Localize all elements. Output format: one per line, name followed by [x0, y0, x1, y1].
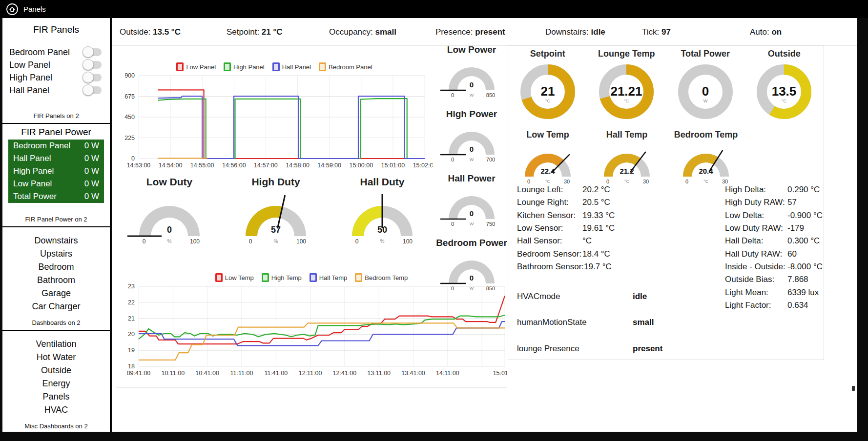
room-temps-chart[interactable]: Low TempHigh TempHall TempBedroom Temp18…	[116, 272, 507, 386]
svg-text:15:02:00: 15:02:00	[413, 162, 433, 169]
mode-value: present	[633, 344, 662, 354]
gauge-title: Hall Temp	[587, 130, 666, 140]
readout-label: Lounge Left:	[517, 185, 582, 195]
readout-value: 19.61 °C	[582, 223, 615, 233]
sidebar-item-bathroom[interactable]: Bathroom	[2, 274, 110, 287]
panel-power-chart[interactable]: Low PanelHigh PanelHall PanelBedroom Pan…	[116, 61, 433, 175]
temp-gauge-hall-temp: Hall Temp21.2°C030	[587, 130, 666, 187]
sidebar-item-downstairs[interactable]: Downstairs	[2, 234, 110, 247]
mode-row-humanmotionstate: humanMotionStatesmall	[517, 318, 693, 327]
readout-value: 0.290 °C	[787, 185, 820, 195]
sidebar-item-outside[interactable]: Outside	[2, 364, 110, 377]
sidebar-item-panels[interactable]: Panels	[2, 390, 110, 403]
svg-text:W: W	[470, 93, 474, 98]
temp-gauge-low-temp: Low Temp22.4°C030	[508, 130, 587, 187]
readout-label: Low Sensor:	[517, 223, 582, 233]
sidebar-item-garage[interactable]: Garage	[2, 287, 110, 300]
toggle-knob	[83, 84, 94, 96]
legend-item: High Temp	[262, 273, 302, 282]
legend-swatch	[355, 273, 362, 282]
legend-label: Hall Panel	[282, 63, 311, 71]
svg-text:0: 0	[685, 179, 688, 184]
svg-text:18: 18	[128, 363, 135, 370]
table-cell-label: Bedroom Panel	[13, 141, 70, 151]
gauge-title: Low Duty	[116, 176, 223, 188]
toggle-switch-bedroom-panel[interactable]	[84, 48, 102, 56]
svg-text:20: 20	[128, 331, 135, 338]
readout-value: 20.5 °C	[582, 198, 610, 207]
nav-dashboards: DownstairsUpstairsBedroomBathroomGarageC…	[2, 234, 110, 313]
toggle-switch-hall-panel[interactable]	[84, 86, 102, 94]
svg-text:19: 19	[128, 347, 135, 354]
legend-swatch	[319, 62, 326, 71]
svg-text:%: %	[274, 239, 278, 244]
list-item: Low Delta:-0.900 °C	[725, 209, 823, 222]
gauge-title: Hall Duty	[329, 176, 435, 188]
svg-text:13:41:00: 13:41:00	[401, 370, 425, 377]
readout-label: High Duty RAW:	[725, 198, 787, 207]
sidebar-item-bedroom[interactable]: Bedroom	[2, 261, 110, 274]
svg-text:23: 23	[128, 283, 135, 290]
legend-label: Bedroom Temp	[365, 274, 408, 281]
toggle-switch-low-panel[interactable]	[84, 61, 102, 69]
svg-text:11:11:00: 11:11:00	[230, 370, 253, 377]
divider-line	[116, 387, 507, 388]
table-row: Low Panel0 W	[8, 178, 104, 190]
sidebar-item-hot-water[interactable]: Hot Water	[2, 351, 110, 364]
gauge: 57%0100	[227, 189, 325, 246]
delta-list: High Delta:0.290 °CHigh Duty RAW:57Low D…	[725, 183, 823, 312]
sidebar-item-upstairs[interactable]: Upstairs	[2, 247, 110, 261]
top-bar: Panels	[0, 0, 868, 18]
svg-text:0: 0	[451, 157, 454, 162]
table-cell-value: 0 W	[84, 154, 99, 163]
status-value: 97	[661, 27, 671, 37]
sidebar-item-car-charger[interactable]: Car Charger	[2, 300, 110, 313]
legend-label: Hall Temp	[319, 274, 348, 281]
dashboard-window: Panels FIR Panels Bedroom PanelLow Panel…	[0, 0, 868, 441]
toggle-switch-high-panel[interactable]	[84, 74, 102, 81]
nav-misc-dashboards: VentilationHot WaterOutsideEnergyPanelsH…	[2, 338, 110, 417]
gauge-title: High Duty	[223, 176, 329, 188]
mode-label: HVACmode	[517, 292, 560, 301]
svg-text:225: 225	[124, 135, 135, 141]
series-low-panel	[158, 90, 425, 159]
legend-swatch	[224, 62, 231, 71]
scrollbar-arrow[interactable]	[852, 386, 855, 391]
sidebar-item-energy[interactable]: Energy	[2, 377, 110, 390]
table-cell-label: Low Panel	[13, 179, 52, 189]
svg-text:0: 0	[451, 92, 454, 98]
chart-plot[interactable]: 18192021222309:41:0010:11:0010:41:0011:1…	[116, 282, 507, 384]
svg-text:0: 0	[470, 209, 474, 218]
power-gauges-column: Low Power0W0850High Power0W0700Hall Powe…	[435, 44, 508, 302]
status-item: Downstairs: idle	[545, 27, 605, 37]
readout-value: 0.634	[787, 301, 808, 310]
svg-text:750: 750	[486, 221, 495, 227]
home-icon[interactable]	[6, 3, 19, 16]
svg-text:21: 21	[128, 315, 135, 322]
list-item: Lounge Left:20.2 °C	[517, 183, 615, 196]
donut: 21.21°C	[595, 60, 658, 123]
readout-label: Low Duty RAW:	[725, 223, 787, 233]
status-label: Presence:	[435, 27, 475, 37]
gauge: 22.4°C030	[511, 141, 584, 185]
chart-legend: Low TempHigh TempHall TempBedroom Temp	[116, 273, 507, 282]
chart-legend: Low PanelHigh PanelHall PanelBedroom Pan…	[116, 62, 433, 72]
gauge-title: Outside	[745, 49, 824, 59]
svg-text:13:11:00: 13:11:00	[367, 370, 391, 377]
legend-item: Hall Panel	[272, 62, 311, 71]
gauge: 0%0100	[121, 189, 218, 246]
chart-plot[interactable]: 022545067590014:53:0014:54:0014:55:0014:…	[116, 72, 433, 173]
status-label: Outside:	[120, 27, 153, 37]
sidebar-item-ventilation[interactable]: Ventilation	[2, 338, 110, 351]
legend-item: Bedroom Panel	[319, 62, 372, 71]
status-item: Setpoint: 21 °C	[227, 27, 283, 37]
svg-text:0: 0	[470, 145, 474, 153]
legend-swatch	[262, 273, 269, 282]
svg-text:0: 0	[470, 80, 474, 89]
list-item: Low Duty RAW:-179	[725, 222, 823, 235]
toggle-row: High Panel	[2, 71, 110, 84]
readout-label: Light Mean:	[725, 288, 787, 298]
sidebar-item-hvac[interactable]: HVAC	[2, 403, 110, 417]
status-item: Tick: 97	[642, 27, 671, 37]
series-hall-panel	[158, 96, 425, 159]
